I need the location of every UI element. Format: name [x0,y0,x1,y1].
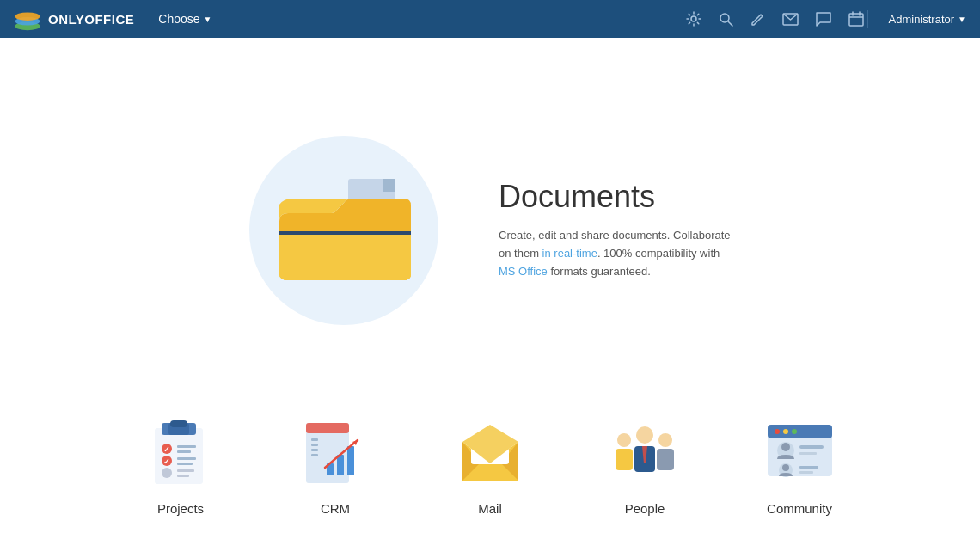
logo[interactable]: ONLYOFFICE [14,7,134,31]
choose-menu[interactable]: Choose ▼ [151,12,218,26]
user-arrow-icon: ▼ [958,15,966,24]
svg-point-32 [162,468,172,478]
projects-icon-wrap: ✓ ✓ [142,414,219,491]
module-crm[interactable]: CRM [258,414,413,516]
module-projects[interactable]: ✓ ✓ Projects [103,414,258,516]
main-content: Documents Create, edit and share documen… [0,38,980,533]
svg-line-5 [728,21,732,26]
projects-icon: ✓ ✓ [144,416,217,489]
mail-icon-wrap: @ [451,414,529,491]
svg-rect-7 [849,14,863,26]
svg-rect-39 [311,449,318,451]
choose-arrow-icon: ▼ [204,15,212,24]
projects-label: Projects [157,501,204,516]
svg-point-61 [783,429,788,434]
people-label: People [625,501,665,516]
svg-rect-40 [311,454,318,456]
svg-text:✓: ✓ [163,457,170,466]
svg-rect-66 [799,452,817,455]
hero-title: Documents [499,179,739,215]
svg-point-2 [15,12,40,21]
module-mail[interactable]: @ Mail [413,414,567,516]
svg-rect-26 [177,445,196,448]
hero-desc-link2[interactable]: MS Office [499,265,548,278]
hero-text: Documents Create, edit and share documen… [499,179,739,280]
svg-rect-36 [306,423,349,433]
hero-section: Documents Create, edit and share documen… [206,38,774,405]
mail-label: Mail [478,501,502,516]
svg-rect-23 [170,420,187,427]
navbar: ONLYOFFICE Choose ▼ [0,0,980,38]
hero-desc-link1[interactable]: in real-time [542,247,597,260]
svg-point-62 [792,429,797,434]
svg-rect-43 [347,446,354,475]
svg-point-55 [658,433,672,447]
user-label: Administrator [889,13,955,26]
svg-point-64 [781,443,790,451]
svg-point-68 [782,464,789,471]
svg-rect-31 [177,463,193,465]
logo-text: ONLYOFFICE [48,12,134,27]
hero-desc-part2: . 100% compatibility with [597,247,720,260]
svg-point-53 [617,433,631,447]
svg-rect-56 [657,449,674,470]
community-label: Community [767,501,832,516]
edit-icon[interactable] [750,12,765,27]
logo-icon [14,7,41,31]
svg-rect-13 [383,179,395,192]
user-menu[interactable]: Administrator ▼ [889,13,966,26]
hero-desc-part3: formats guaranteed. [548,265,651,278]
navbar-icons [686,11,864,27]
mail-icon[interactable] [782,13,799,26]
svg-rect-34 [177,475,189,477]
navbar-divider [867,10,868,28]
svg-rect-30 [177,457,196,460]
community-icon [763,416,836,489]
svg-rect-33 [177,469,194,472]
community-icon-wrap [761,414,838,491]
svg-point-60 [775,429,780,434]
svg-rect-38 [311,444,318,446]
crm-icon-wrap [297,414,374,491]
svg-rect-70 [799,471,813,474]
svg-rect-37 [311,438,318,441]
settings-icon[interactable] [686,11,701,27]
svg-point-51 [636,426,653,444]
svg-rect-54 [616,449,633,470]
choose-label: Choose [158,12,199,26]
svg-rect-65 [799,445,824,449]
folder-svg [266,162,421,299]
svg-text:✓: ✓ [163,445,170,454]
svg-rect-27 [177,450,191,453]
documents-illustration [241,127,447,334]
svg-point-3 [691,16,696,21]
module-people[interactable]: People [567,414,722,516]
crm-label: CRM [321,501,350,516]
people-icon [609,416,682,489]
module-community[interactable]: Community [722,414,877,516]
people-icon-wrap [606,414,683,491]
chat-icon[interactable] [816,12,831,27]
modules-row: ✓ ✓ Projects [0,405,980,533]
calendar-icon[interactable] [848,11,864,27]
svg-rect-69 [799,466,818,469]
hero-description: Create, edit and share documents. Collab… [499,227,739,280]
crm-icon [299,416,372,489]
mail-module-icon: @ [454,416,527,489]
search-icon[interactable] [719,12,733,27]
